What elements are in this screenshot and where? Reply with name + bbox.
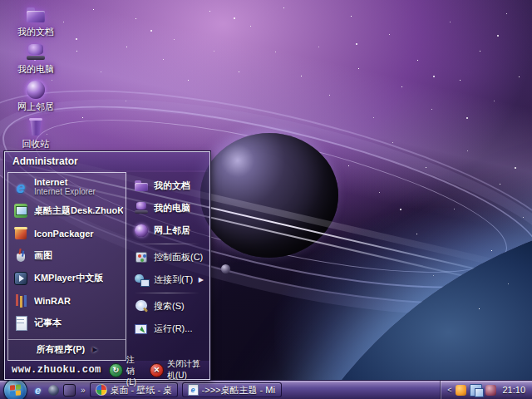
desktop-icon-my-computer[interactable]: 我的电脑 <box>2 42 70 76</box>
start-menu-pinned-list: e Internet Internet Explorer 桌酷主题Desk.Zh… <box>7 172 126 361</box>
menu-item-iconpackager[interactable]: IconPackager <box>8 222 126 244</box>
start-menu-body: e Internet Internet Explorer 桌酷主题Desk.Zh… <box>5 170 209 361</box>
tray-clock[interactable]: 21:10 <box>502 385 525 395</box>
menu-item-label: 记事本 <box>34 317 62 329</box>
log-off-button[interactable]: ↻ 注销(L) <box>109 354 142 387</box>
menu-item-sublabel: Internet Explorer <box>34 187 96 197</box>
desktop-icon-network-places[interactable]: 网上邻居 <box>2 79 70 113</box>
internet-explorer-icon: e <box>12 179 29 195</box>
atmosphere-glow <box>274 208 532 399</box>
tray-collapse-icon[interactable]: < <box>447 386 451 394</box>
menu-item-notepad[interactable]: 记事本 <box>8 312 126 334</box>
start-button[interactable] <box>3 378 27 399</box>
start-menu-places-list: 我的文档 我的电脑 网上邻居 控制面板(C) 连接到(T) <box>126 172 208 361</box>
iconpackager-icon <box>12 225 29 242</box>
desktop-icon-my-documents[interactable]: 我的文档 <box>2 4 70 38</box>
kmplayer-icon <box>12 270 29 287</box>
zhuoku-watermark: www.zhuoku.com <box>12 364 101 376</box>
quick-launch-ie-icon[interactable]: e <box>32 384 44 397</box>
search-icon <box>134 299 149 314</box>
menu-item-paint[interactable]: 画图 <box>8 244 126 267</box>
tray-pet-icon[interactable] <box>456 385 466 396</box>
menu-item-label: 画图 <box>34 249 52 262</box>
menu-separator <box>134 244 200 244</box>
menu-item-label: Internet <box>34 177 96 187</box>
menu-item-network-places[interactable]: 网上邻居 <box>132 219 206 242</box>
starfield-bright <box>0 0 2 2</box>
run-icon <box>134 322 149 337</box>
menu-item-label: 运行(R)... <box>154 323 192 335</box>
menu-item-label: 连接到(T) <box>154 273 193 286</box>
control-panel-icon <box>134 250 149 265</box>
taskbar: e » 桌面 - 壁纸 - 桌酷... e ->>>桌酷主题 - Mi... <… <box>0 380 532 399</box>
ie-page-icon: e <box>188 384 199 396</box>
menu-separator <box>134 293 200 293</box>
my-computer-icon <box>134 201 149 216</box>
notepad-icon <box>12 315 29 332</box>
desktop-icon-label: 回收站 <box>22 139 50 149</box>
start-menu-username: Administrator <box>12 155 78 167</box>
start-menu-footer: www.zhuoku.com ↻ 注销(L) ✕ 关闭计算机(U) <box>5 361 209 379</box>
menu-item-kmplayer[interactable]: KMPlayer中文版 <box>8 267 126 289</box>
menu-item-label: 我的电脑 <box>154 202 190 214</box>
menu-item-label: KMPlayer中文版 <box>34 272 103 284</box>
shut-down-icon: ✕ <box>150 363 164 377</box>
desktop-icon-label: 我的电脑 <box>17 64 54 74</box>
desktop-icon-label: 网上邻居 <box>17 101 54 111</box>
submenu-arrow-icon: ▶ <box>199 276 204 283</box>
quick-launch-overflow-icon[interactable]: » <box>81 386 86 395</box>
network-places-icon <box>134 224 149 239</box>
shut-down-label: 关闭计算机(U) <box>167 358 203 382</box>
quick-launch-player-icon[interactable] <box>63 384 76 397</box>
menu-item-internet-explorer[interactable]: e Internet Internet Explorer <box>8 175 126 200</box>
menu-item-label: 控制面板(C) <box>154 251 203 264</box>
quick-launch-globe-icon[interactable] <box>48 385 59 396</box>
desktop: 我的文档 我的电脑 网上邻居 回收站 Administrator e Inter… <box>0 0 532 399</box>
menu-item-label: WinRAR <box>34 296 71 306</box>
network-places-icon <box>25 79 47 101</box>
task-button-title: ->>>桌酷主题 - Mi... <box>202 384 276 397</box>
menu-item-search[interactable]: 搜索(S) <box>132 295 206 318</box>
menu-item-label: 搜索(S) <box>154 300 185 313</box>
tray-volume-icon[interactable] <box>485 385 496 396</box>
menu-item-winrar[interactable]: WinRAR <box>8 289 126 312</box>
my-documents-icon <box>134 179 149 194</box>
menu-item-my-computer[interactable]: 我的电脑 <box>132 197 206 219</box>
log-off-icon: ↻ <box>109 363 123 377</box>
desktop-icon-grid: 我的文档 我的电脑 网上邻居 回收站 <box>2 4 70 154</box>
menu-item-label: 桌酷主题Desk.ZhuoKu.Com <box>34 204 123 217</box>
winrar-icon <box>12 293 29 309</box>
start-menu: Administrator e Internet Internet Explor… <box>4 151 210 380</box>
start-menu-header: Administrator <box>5 152 209 170</box>
menu-item-connect-to[interactable]: 连接到(T) ▶ <box>132 268 206 291</box>
recycle-bin-icon <box>25 116 47 138</box>
moon <box>221 264 230 273</box>
menu-item-label: 我的文档 <box>154 180 190 192</box>
system-tray: < 21:10 <box>441 381 532 399</box>
menu-item-run[interactable]: 运行(R)... <box>132 318 206 340</box>
menu-item-label: IconPackager <box>34 229 94 239</box>
log-off-label: 注销(L) <box>126 354 142 387</box>
paint-icon <box>12 248 29 264</box>
menu-item-my-documents[interactable]: 我的文档 <box>132 175 206 197</box>
all-programs-arrow-icon: ▶ <box>92 346 97 353</box>
my-documents-icon <box>25 4 47 26</box>
desktop-icon-recycle-bin[interactable]: 回收站 <box>2 116 70 150</box>
my-computer-icon <box>25 42 47 63</box>
zhuoku-theme-icon <box>12 203 29 219</box>
browser-page-icon <box>96 384 107 396</box>
task-button-theme-page[interactable]: e ->>>桌酷主题 - Mi... <box>182 382 282 397</box>
all-programs-label: 所有程序(P) <box>37 343 86 356</box>
desktop-icon-label: 我的文档 <box>17 27 54 37</box>
menu-item-zhuoku-theme[interactable]: 桌酷主题Desk.ZhuoKu.Com <box>8 200 126 222</box>
windows-flag-icon <box>10 384 21 396</box>
quick-launch-bar: e » <box>32 384 86 397</box>
shut-down-button[interactable]: ✕ 关闭计算机(U) <box>150 358 203 382</box>
tray-network-icon[interactable] <box>470 384 482 397</box>
connect-to-icon <box>134 273 149 288</box>
menu-item-control-panel[interactable]: 控制面板(C) <box>132 246 206 268</box>
menu-item-label: 网上邻居 <box>154 224 190 237</box>
